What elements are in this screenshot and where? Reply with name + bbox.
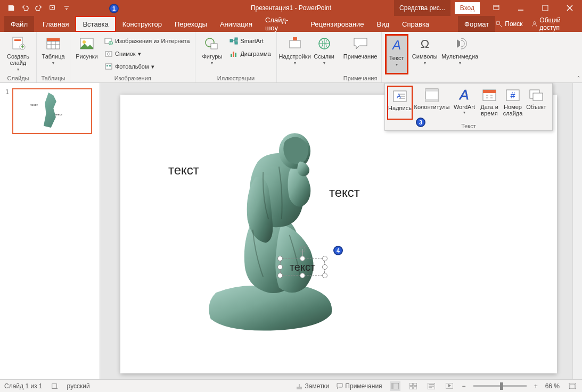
addins-icon <box>286 35 304 52</box>
symbols-button[interactable]: Ω Символы ▾ <box>411 34 439 74</box>
step-badge-4: 4 <box>333 246 343 255</box>
zoom-in-button[interactable]: + <box>534 382 538 390</box>
tab-file[interactable]: Файл <box>4 16 34 32</box>
new-slide-button[interactable]: Создать слайд ▾ <box>3 34 33 74</box>
comment-button[interactable]: Примечание <box>343 34 378 74</box>
addins-button[interactable]: Надстройки ▾ <box>280 34 310 74</box>
fit-to-window-button[interactable] <box>567 381 578 391</box>
media-icon <box>452 35 469 52</box>
textbox-button[interactable]: A Надпись <box>387 86 413 120</box>
language-indicator[interactable]: русский <box>67 382 90 390</box>
header-footer-button[interactable]: Колонтитулы <box>413 86 451 120</box>
drawing-tools-tab-header: Средства рис... <box>394 0 450 16</box>
links-icon <box>316 35 333 52</box>
tell-me-search[interactable]: Поиск <box>495 20 522 28</box>
dropdown-arrow-icon: ▾ <box>138 51 141 57</box>
zoom-slider[interactable] <box>473 385 527 387</box>
spellcheck-icon[interactable] <box>51 382 59 390</box>
table-button[interactable]: Таблица ▾ <box>40 34 67 74</box>
smartart-button[interactable]: SmartArt <box>227 35 273 47</box>
minimize-button[interactable] <box>509 0 533 16</box>
tab-home[interactable]: Главная <box>36 16 75 32</box>
selected-text-content[interactable]: текст <box>280 258 325 276</box>
close-button[interactable] <box>558 0 582 16</box>
slide-sorter-view-button[interactable] <box>408 381 419 391</box>
media-button[interactable]: Мультимедиа ▾ <box>441 34 479 74</box>
datetime-button[interactable]: Дата и время <box>478 86 501 120</box>
tab-review[interactable]: Рецензирование <box>304 16 370 32</box>
selected-text-box[interactable]: текст <box>280 258 325 276</box>
dropdown-arrow-icon: ▾ <box>294 61 296 65</box>
vertical-scrollbar[interactable] <box>572 83 582 379</box>
textbox-icon: A <box>391 88 408 105</box>
maximize-button[interactable] <box>533 0 558 16</box>
object-icon <box>528 87 545 104</box>
quick-access-toolbar <box>0 1 73 15</box>
slide-text-2[interactable]: текст <box>329 185 360 200</box>
smartart-label: SmartArt <box>240 38 263 44</box>
undo-button[interactable] <box>18 1 32 15</box>
notes-toggle[interactable]: Заметки <box>296 382 329 390</box>
symbols-icon: Ω <box>416 35 433 52</box>
group-comments-label: Примечания <box>343 75 378 82</box>
reading-view-button[interactable] <box>426 381 437 391</box>
tab-insert[interactable]: Вставка <box>75 16 116 32</box>
svg-rect-25 <box>233 52 234 57</box>
collapse-ribbon-button[interactable]: ˄ <box>577 76 580 81</box>
svg-rect-17 <box>106 65 108 66</box>
svg-point-4 <box>533 22 535 24</box>
tab-transitions[interactable]: Переходы <box>168 16 214 32</box>
svg-rect-2 <box>543 5 548 11</box>
symbols-label: Символы <box>412 53 438 60</box>
slide[interactable]: текст текст текст 4 <box>120 95 557 373</box>
group-tables: Таблица ▾ Таблицы <box>37 32 70 82</box>
slideshow-view-button[interactable] <box>444 381 455 391</box>
tab-view[interactable]: Вид <box>371 16 396 32</box>
qat-customize-button[interactable] <box>60 1 73 15</box>
save-button[interactable] <box>4 1 18 15</box>
slide-thumbnail-1[interactable]: текст текст <box>12 88 92 134</box>
zoom-level[interactable]: 66 % <box>545 382 560 390</box>
tab-animations[interactable]: Анимация <box>214 16 259 32</box>
dropdown-arrow-icon: ▾ <box>211 61 213 65</box>
signin-button[interactable]: Вход <box>455 2 480 14</box>
group-comments: Примечание Примечания <box>340 32 382 82</box>
table-label: Таблица <box>42 53 64 60</box>
ribbon-options-button[interactable] <box>484 0 509 16</box>
header-footer-icon <box>423 87 440 104</box>
tab-help[interactable]: Справка <box>396 16 436 32</box>
datetime-label: Дата и время <box>479 104 500 116</box>
slide-number-button[interactable]: # Номер слайда <box>501 86 524 120</box>
text-dropdown-button[interactable]: A Текст ▾ <box>385 34 408 74</box>
tab-slideshow[interactable]: Слайд-шоу <box>259 16 304 32</box>
slide-text-1[interactable]: текст <box>168 163 199 178</box>
wordart-label: WordArt <box>454 104 475 110</box>
comment-icon <box>352 35 369 52</box>
svg-rect-9 <box>47 38 60 41</box>
thinker-statue-image[interactable] <box>195 113 353 336</box>
tab-format[interactable]: Формат <box>458 16 495 32</box>
online-pictures-icon <box>104 37 113 45</box>
shapes-button[interactable]: Фигуры ▾ <box>199 34 225 74</box>
chart-label: Диаграмма <box>240 51 270 57</box>
start-from-beginning-button[interactable] <box>46 1 60 15</box>
object-button[interactable]: Объект <box>524 86 548 120</box>
photo-album-button[interactable]: Фотоальбом ▾ <box>102 61 192 72</box>
svg-rect-52 <box>414 387 417 389</box>
pictures-button[interactable]: Рисунки <box>73 34 100 74</box>
normal-view-button[interactable] <box>390 381 400 391</box>
redo-button[interactable] <box>32 1 46 15</box>
chart-button[interactable]: Диаграмма <box>227 48 273 60</box>
wordart-button[interactable]: A WordArt ▾ <box>451 86 478 120</box>
screenshot-button[interactable]: Снимок ▾ <box>102 48 192 60</box>
svg-rect-22 <box>235 38 237 40</box>
zoom-out-button[interactable]: − <box>462 382 466 390</box>
links-button[interactable]: Ссылки ▾ <box>312 34 337 74</box>
share-button[interactable]: Общий доступ <box>531 16 576 31</box>
svg-rect-28 <box>293 37 297 40</box>
tab-design[interactable]: Конструктор <box>116 16 168 32</box>
comments-toggle[interactable]: Примечания <box>337 382 382 390</box>
online-pictures-button[interactable]: Изображения из Интернета <box>102 35 192 47</box>
thumbnail-statue-image <box>39 93 63 128</box>
svg-rect-55 <box>570 384 575 388</box>
